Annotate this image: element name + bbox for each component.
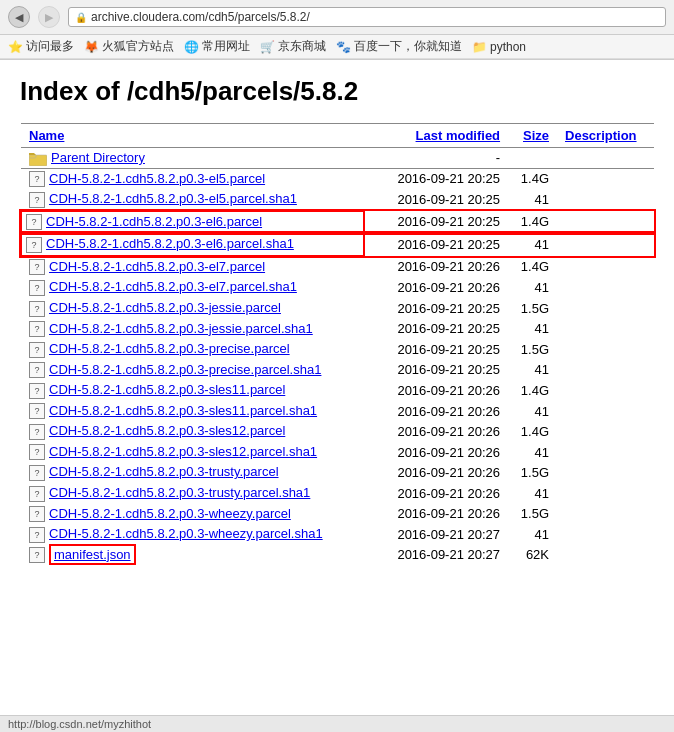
file-link[interactable]: CDH-5.8.2-1.cdh5.8.2.p0.3-el6.parcel.sha… — [46, 236, 294, 251]
file-modified-cell: 2016-09-21 20:26 — [364, 442, 508, 463]
file-icon: ? — [29, 547, 45, 563]
file-name-cell: ?CDH-5.8.2-1.cdh5.8.2.p0.3-sles11.parcel — [21, 380, 364, 401]
table-row: ?CDH-5.8.2-1.cdh5.8.2.p0.3-sles12.parcel… — [21, 421, 654, 442]
file-link[interactable]: CDH-5.8.2-1.cdh5.8.2.p0.3-sles12.parcel.… — [49, 444, 317, 459]
bookmark-item[interactable]: 🦊火狐官方站点 — [84, 38, 174, 55]
bookmark-icon: 🦊 — [84, 40, 99, 54]
file-link[interactable]: CDH-5.8.2-1.cdh5.8.2.p0.3-jessie.parcel — [49, 300, 281, 315]
file-desc-cell — [557, 360, 654, 381]
file-desc-cell — [557, 380, 654, 401]
file-modified-cell: 2016-09-21 20:25 — [364, 360, 508, 381]
file-size-cell: 41 — [508, 483, 557, 504]
svg-marker-2 — [29, 153, 36, 155]
bookmark-item[interactable]: 🌐常用网址 — [184, 38, 250, 55]
back-button[interactable]: ◀ — [8, 6, 30, 28]
file-name-cell: ?CDH-5.8.2-1.cdh5.8.2.p0.3-el7.parcel — [21, 256, 364, 278]
file-icon: ? — [29, 424, 45, 440]
file-link[interactable]: CDH-5.8.2-1.cdh5.8.2.p0.3-sles12.parcel — [49, 423, 285, 438]
bookmark-icon: 🛒 — [260, 40, 275, 54]
file-modified-cell: 2016-09-21 20:26 — [364, 483, 508, 504]
file-modified-cell: 2016-09-21 20:25 — [364, 233, 508, 256]
bookmark-label: 京东商城 — [278, 38, 326, 55]
file-link[interactable]: CDH-5.8.2-1.cdh5.8.2.p0.3-precise.parcel — [49, 341, 290, 356]
table-row: ?CDH-5.8.2-1.cdh5.8.2.p0.3-trusty.parcel… — [21, 462, 654, 483]
file-desc-cell — [557, 298, 654, 319]
file-modified-cell: 2016-09-21 20:26 — [364, 504, 508, 525]
table-row: ?CDH-5.8.2-1.cdh5.8.2.p0.3-el7.parcel201… — [21, 256, 654, 278]
file-link[interactable]: CDH-5.8.2-1.cdh5.8.2.p0.3-jessie.parcel.… — [49, 321, 313, 336]
file-name-cell: ?CDH-5.8.2-1.cdh5.8.2.p0.3-trusty.parcel — [21, 462, 364, 483]
file-desc-cell — [557, 189, 654, 211]
file-modified-cell: 2016-09-21 20:26 — [364, 277, 508, 298]
file-link[interactable]: CDH-5.8.2-1.cdh5.8.2.p0.3-sles11.parcel — [49, 382, 285, 397]
file-link[interactable]: CDH-5.8.2-1.cdh5.8.2.p0.3-wheezy.parcel.… — [49, 526, 323, 541]
file-icon: ? — [29, 506, 45, 522]
file-desc-cell — [557, 545, 654, 566]
bookmark-item[interactable]: 📁python — [472, 40, 526, 54]
file-size-cell: 41 — [508, 189, 557, 211]
file-link[interactable]: manifest.json — [49, 544, 136, 565]
file-link[interactable]: CDH-5.8.2-1.cdh5.8.2.p0.3-trusty.parcel — [49, 464, 279, 479]
file-modified-cell: 2016-09-21 20:26 — [364, 421, 508, 442]
file-link[interactable]: CDH-5.8.2-1.cdh5.8.2.p0.3-sles11.parcel.… — [49, 403, 317, 418]
bookmark-label: 常用网址 — [202, 38, 250, 55]
file-icon: ? — [29, 280, 45, 296]
table-row: ?CDH-5.8.2-1.cdh5.8.2.p0.3-sles11.parcel… — [21, 380, 654, 401]
file-icon: ? — [26, 237, 42, 253]
file-link[interactable]: CDH-5.8.2-1.cdh5.8.2.p0.3-el7.parcel — [49, 259, 265, 274]
file-table: Name Last modified Size Description Pare… — [20, 123, 654, 565]
file-desc-cell — [557, 401, 654, 422]
file-size-cell: 1.5G — [508, 462, 557, 483]
file-size-cell: 41 — [508, 233, 557, 256]
table-row: ?CDH-5.8.2-1.cdh5.8.2.p0.3-precise.parce… — [21, 360, 654, 381]
bookmark-item[interactable]: ⭐访问最多 — [8, 38, 74, 55]
address-bar[interactable]: 🔒 archive.cloudera.com/cdh5/parcels/5.8.… — [68, 7, 666, 27]
file-name-cell: ?CDH-5.8.2-1.cdh5.8.2.p0.3-precise.parce… — [21, 360, 364, 381]
file-modified-cell: 2016-09-21 20:27 — [364, 545, 508, 566]
col-header-size[interactable]: Size — [508, 124, 557, 148]
file-size-cell: 1.4G — [508, 211, 557, 234]
file-desc-cell — [557, 483, 654, 504]
file-size-cell: 41 — [508, 524, 557, 545]
col-header-description[interactable]: Description — [557, 124, 654, 148]
page-title: Index of /cdh5/parcels/5.8.2 — [20, 76, 654, 107]
bookmark-label: 火狐官方站点 — [102, 38, 174, 55]
file-link[interactable]: CDH-5.8.2-1.cdh5.8.2.p0.3-el5.parcel — [49, 171, 265, 186]
file-name-cell: ?CDH-5.8.2-1.cdh5.8.2.p0.3-sles12.parcel… — [21, 442, 364, 463]
col-header-name[interactable]: Name — [21, 124, 364, 148]
browser-toolbar: ◀ ▶ 🔒 archive.cloudera.com/cdh5/parcels/… — [0, 0, 674, 35]
file-modified-cell: 2016-09-21 20:25 — [364, 319, 508, 340]
parent-directory-link[interactable]: Parent Directory — [51, 150, 145, 165]
bookmark-item[interactable]: 🛒京东商城 — [260, 38, 326, 55]
file-link[interactable]: CDH-5.8.2-1.cdh5.8.2.p0.3-precise.parcel… — [49, 362, 321, 377]
file-link[interactable]: CDH-5.8.2-1.cdh5.8.2.p0.3-el5.parcel.sha… — [49, 191, 297, 206]
file-size-cell: 62K — [508, 545, 557, 566]
file-desc-cell — [557, 339, 654, 360]
file-size-cell: 41 — [508, 277, 557, 298]
table-row: ?CDH-5.8.2-1.cdh5.8.2.p0.3-sles11.parcel… — [21, 401, 654, 422]
file-desc-cell — [557, 233, 654, 256]
file-icon: ? — [29, 527, 45, 543]
file-name-cell: ?CDH-5.8.2-1.cdh5.8.2.p0.3-precise.parce… — [21, 339, 364, 360]
file-size-cell: 1.4G — [508, 168, 557, 189]
file-name-cell: ?CDH-5.8.2-1.cdh5.8.2.p0.3-jessie.parcel — [21, 298, 364, 319]
file-link[interactable]: CDH-5.8.2-1.cdh5.8.2.p0.3-trusty.parcel.… — [49, 485, 310, 500]
col-header-modified[interactable]: Last modified — [364, 124, 508, 148]
table-row: Parent Directory- — [21, 148, 654, 169]
file-size-cell: 1.5G — [508, 339, 557, 360]
bookmark-label: 访问最多 — [26, 38, 74, 55]
file-icon: ? — [29, 301, 45, 317]
file-modified-cell: 2016-09-21 20:25 — [364, 298, 508, 319]
file-desc-cell — [557, 148, 654, 169]
forward-button: ▶ — [38, 6, 60, 28]
file-size-cell — [508, 148, 557, 169]
file-name-cell: Parent Directory — [21, 148, 364, 169]
file-icon: ? — [29, 403, 45, 419]
file-icon: ? — [29, 362, 45, 378]
file-link[interactable]: CDH-5.8.2-1.cdh5.8.2.p0.3-el7.parcel.sha… — [49, 279, 297, 294]
bookmark-item[interactable]: 🐾百度一下，你就知道 — [336, 38, 462, 55]
file-link[interactable]: CDH-5.8.2-1.cdh5.8.2.p0.3-wheezy.parcel — [49, 506, 291, 521]
file-modified-cell: - — [364, 148, 508, 169]
file-link[interactable]: CDH-5.8.2-1.cdh5.8.2.p0.3-el6.parcel — [46, 214, 262, 229]
table-row: ?CDH-5.8.2-1.cdh5.8.2.p0.3-wheezy.parcel… — [21, 524, 654, 545]
